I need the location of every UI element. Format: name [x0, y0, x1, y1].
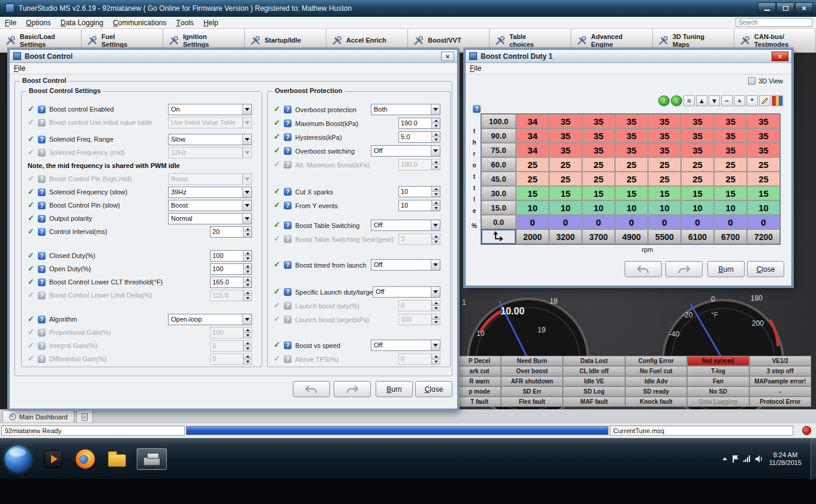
table-cell[interactable]: 25: [615, 172, 648, 186]
table-cell[interactable]: 25: [681, 157, 714, 172]
table-cell[interactable]: 0: [747, 215, 780, 229]
table-cell[interactable]: 35: [582, 143, 615, 157]
spin-up-icon[interactable]: [244, 277, 251, 283]
checkbox[interactable]: [28, 202, 35, 209]
table-cell[interactable]: 15: [615, 186, 648, 200]
spin-up-icon[interactable]: [432, 187, 440, 192]
spin-down-icon[interactable]: [432, 192, 440, 197]
checkbox[interactable]: [28, 175, 35, 183]
dropdown-output-polarity[interactable]: Normal: [168, 213, 252, 224]
tray-expand-icon[interactable]: [722, 457, 727, 460]
help-icon[interactable]: [38, 342, 46, 350]
spinner-closed-duty[interactable]: 100: [210, 250, 252, 262]
table-cell[interactable]: 35: [681, 114, 714, 128]
help-icon[interactable]: [284, 341, 292, 349]
dropdown-boost-control-pin-slow[interactable]: Boost: [168, 200, 252, 211]
help-icon[interactable]: [473, 105, 481, 113]
table-cell[interactable]: 15: [549, 186, 582, 200]
spinner-integral-gain[interactable]: 0: [210, 340, 252, 352]
spinner-alt-maximum-boost-kpa[interactable]: 100.0: [398, 159, 440, 170]
dialog-close-button[interactable]: ×: [441, 52, 454, 61]
checkbox[interactable]: [28, 329, 35, 337]
dropdown-boost-table-switching[interactable]: Off: [371, 220, 440, 231]
spin-up-icon[interactable]: [244, 290, 251, 296]
checkbox[interactable]: [28, 292, 35, 299]
table-cell[interactable]: 0: [681, 215, 714, 229]
menu-options[interactable]: Options: [21, 17, 55, 28]
help-icon[interactable]: [38, 265, 46, 273]
checkbox[interactable]: [274, 119, 281, 127]
spinner-boost-table-switching-gear-gear[interactable]: 3: [398, 233, 440, 245]
dialog-close-button[interactable]: ×: [772, 52, 788, 61]
table-cell[interactable]: 25: [516, 172, 549, 186]
help-icon[interactable]: [38, 136, 46, 143]
redo-button[interactable]: [665, 261, 703, 277]
checkbox[interactable]: [274, 147, 281, 155]
table-cell[interactable]: 15: [747, 186, 780, 200]
checkbox[interactable]: [28, 188, 35, 196]
dropdown-boost-timed-from-launch[interactable]: Off: [371, 259, 440, 271]
table-cell[interactable]: 35: [582, 128, 615, 143]
help-icon[interactable]: [284, 147, 292, 155]
spinner-launch-boost-duty[interactable]: 0: [398, 300, 440, 311]
spin-down-icon[interactable]: [432, 320, 440, 325]
help-icon[interactable]: [38, 329, 46, 337]
network-icon[interactable]: [743, 455, 750, 462]
spin-down-icon[interactable]: [432, 165, 440, 170]
spinner-above-tps[interactable]: 0: [398, 353, 440, 365]
spin-down-icon[interactable]: [244, 256, 251, 261]
burn-button[interactable]: Burn: [707, 261, 745, 277]
checkbox[interactable]: [274, 106, 281, 113]
table-cell[interactable]: 15: [516, 186, 549, 200]
plus-icon[interactable]: +: [734, 95, 745, 106]
spinner-control-interval-ms[interactable]: 20: [210, 226, 252, 238]
help-icon[interactable]: [38, 202, 46, 209]
table-cell[interactable]: 35: [615, 143, 648, 157]
checkbox[interactable]: [274, 202, 281, 209]
burn-button[interactable]: Burn: [376, 381, 413, 397]
close-dialog-button[interactable]: Close: [747, 261, 784, 277]
spin-down-icon[interactable]: [432, 137, 440, 142]
checkbox[interactable]: [274, 221, 281, 229]
dropdown-boost-vs-speed[interactable]: Off: [371, 340, 440, 351]
dropdown-overboost-protection[interactable]: Both: [371, 104, 440, 115]
table-cell[interactable]: 25: [516, 157, 549, 172]
close-dialog-button[interactable]: Close: [415, 381, 452, 397]
table-cell[interactable]: 34: [516, 143, 549, 157]
table-cell[interactable]: 35: [747, 128, 780, 143]
table-cell[interactable]: 25: [747, 157, 780, 172]
spin-up-icon[interactable]: [432, 132, 440, 137]
table-cell[interactable]: 25: [747, 172, 780, 186]
table-cell[interactable]: 34: [516, 114, 549, 128]
checkbox[interactable]: [28, 278, 35, 286]
menu-communications[interactable]: Communications: [108, 17, 171, 28]
table-cell[interactable]: 10: [582, 200, 615, 215]
equals-icon[interactable]: =: [683, 95, 695, 106]
checkbox[interactable]: [274, 288, 281, 296]
table-cell[interactable]: 0: [648, 215, 681, 229]
undo-button[interactable]: [293, 381, 330, 397]
spin-up-icon[interactable]: [244, 328, 251, 333]
spin-down-icon[interactable]: [244, 333, 251, 338]
help-icon[interactable]: [284, 119, 292, 127]
dropdown-specific-launch-duty-target[interactable]: Off: [373, 286, 440, 298]
checkbox[interactable]: [274, 355, 281, 363]
table-cell[interactable]: 15: [681, 186, 714, 200]
help-icon[interactable]: [284, 202, 292, 209]
spin-down-icon[interactable]: [244, 346, 251, 351]
help-icon[interactable]: [284, 235, 292, 243]
shift-up-icon[interactable]: ↑: [658, 95, 670, 106]
spin-up-icon[interactable]: [432, 118, 440, 124]
table-cell[interactable]: 35: [549, 114, 582, 128]
dropdown-boost-control-use-initial-value-table[interactable]: Use Initial Value Table: [168, 117, 252, 128]
table-cell[interactable]: 15: [648, 186, 681, 200]
spin-up-icon[interactable]: [432, 314, 440, 320]
tab-new-dashboard[interactable]: [76, 410, 93, 422]
table-cell[interactable]: 25: [582, 172, 615, 186]
shift-down-icon[interactable]: ↓: [671, 95, 682, 106]
start-button[interactable]: [5, 446, 31, 472]
spin-down-icon[interactable]: [244, 283, 251, 287]
taskbar-tunerstudio[interactable]: [137, 448, 167, 470]
table-cell[interactable]: 25: [549, 172, 582, 186]
checkbox[interactable]: [28, 355, 35, 363]
